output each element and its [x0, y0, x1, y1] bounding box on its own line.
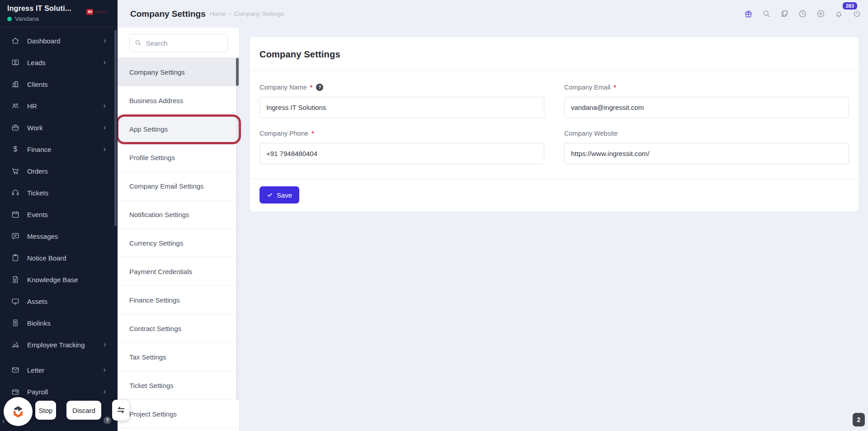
company-logo: IN GRESS — [86, 9, 108, 15]
settings-nav-payment-credentials[interactable]: Payment Credentials — [118, 257, 239, 286]
document-icon — [11, 275, 20, 284]
cart-icon — [11, 166, 20, 175]
sidebar-item-biolinks[interactable]: Biolinks — [0, 312, 118, 334]
settings-sidebar: Company Settings Business Address App Se… — [118, 28, 240, 431]
scooter-icon — [11, 340, 20, 349]
settings-nav-profile-settings[interactable]: Profile Settings — [118, 143, 239, 172]
user-name: Vandana — [15, 15, 39, 22]
notes-icon[interactable] — [780, 9, 789, 19]
history-icon[interactable] — [798, 9, 807, 19]
id-card-icon — [11, 318, 20, 327]
swap-button[interactable] — [112, 400, 129, 421]
swap-arrows-icon — [116, 405, 126, 416]
company-name-input[interactable] — [259, 97, 544, 118]
save-button[interactable]: Save — [259, 186, 299, 204]
company-phone-input[interactable] — [259, 143, 544, 164]
briefcase-icon — [11, 123, 20, 132]
chevron-right-icon — [102, 38, 108, 44]
sidebar-item-clients[interactable]: Clients — [0, 73, 118, 95]
card-footer: Save — [250, 179, 859, 212]
sidebar-item-letter[interactable]: Letter — [0, 359, 118, 381]
chevron-right-icon — [102, 367, 108, 373]
card-header: Company Settings — [250, 37, 859, 71]
company-website-input[interactable] — [564, 143, 849, 164]
sidebar-item-hr[interactable]: HR — [0, 95, 118, 117]
company-name-field: Company Name * ? — [259, 84, 544, 118]
screen: Ingress IT Soluti... Vandana IN GRESS Da… — [0, 0, 868, 431]
required-asterisk: * — [310, 84, 313, 91]
sidebar-item-messages[interactable]: Messages — [0, 225, 118, 247]
breadcrumb-current: Company Settings — [234, 10, 284, 17]
settings-nav-tax-settings[interactable]: Tax Settings — [118, 343, 239, 371]
settings-scrollbar-thumb[interactable] — [236, 58, 239, 86]
calendar-icon — [11, 210, 20, 219]
chat-icon — [11, 232, 20, 241]
sidebar-item-employee-tracking[interactable]: Employee Tracking — [0, 334, 118, 355]
company-website-label: Company Website — [564, 130, 849, 137]
recorder-logo-icon — [9, 403, 27, 421]
sidebar-item-dashboard[interactable]: Dashboard — [0, 30, 118, 52]
breadcrumb-home[interactable]: Home — [210, 10, 226, 17]
help-bubble[interactable]: ? — [104, 417, 111, 424]
settings-nav-company-settings[interactable]: Company Settings — [118, 58, 239, 86]
sidebar-item-leads[interactable]: Leads — [0, 52, 118, 73]
main-content: Company Settings Company Name * ? Compan… — [240, 28, 868, 431]
collapse-chevron-icon[interactable]: ‹ — [2, 417, 5, 425]
sidebar-nav: Dashboard Leads Clients HR Work — [0, 30, 118, 403]
check-icon — [267, 192, 273, 198]
lead-card-icon — [11, 58, 20, 67]
sidebar-header[interactable]: Ingress IT Soluti... Vandana IN GRESS — [0, 0, 118, 27]
breadcrumb-separator: • — [229, 11, 231, 17]
gift-icon[interactable] — [744, 9, 753, 19]
sidebar-item-orders[interactable]: Orders — [0, 160, 118, 182]
chevron-right-icon — [102, 103, 108, 109]
sidebar-item-assets[interactable]: Assets — [0, 290, 118, 312]
plus-circle-icon[interactable] — [816, 9, 826, 19]
settings-nav-finance-settings[interactable]: Finance Settings — [118, 286, 239, 314]
card-title: Company Settings — [259, 49, 849, 60]
company-phone-label: Company Phone * — [259, 130, 544, 137]
dollar-icon: $ — [11, 145, 20, 153]
settings-nav-notification-settings[interactable]: Notification Settings — [118, 200, 239, 229]
required-asterisk: * — [311, 130, 314, 137]
chevron-right-icon — [102, 147, 108, 152]
settings-search-section — [118, 28, 239, 58]
company-email-input[interactable] — [564, 97, 849, 118]
company-phone-field: Company Phone * — [259, 130, 544, 164]
settings-nav-company-email-settings[interactable]: Company Email Settings — [118, 172, 239, 200]
online-status-dot — [7, 17, 12, 21]
sidebar-item-knowledge-base[interactable]: Knowledge Base — [0, 269, 118, 290]
sidebar-scrollbar[interactable] — [114, 30, 117, 226]
power-icon[interactable] — [852, 9, 862, 19]
help-icon[interactable]: ? — [316, 84, 323, 91]
wallet-icon — [11, 387, 20, 396]
notification-count-badge[interactable]: 283 — [843, 2, 857, 9]
required-asterisk: * — [613, 84, 616, 91]
settings-nav-business-address[interactable]: Business Address — [118, 86, 239, 115]
bell-icon[interactable] — [834, 9, 844, 19]
settings-nav-list: Company Settings Business Address App Se… — [118, 58, 239, 428]
page-title: Company Settings — [130, 9, 206, 19]
sidebar-item-finance[interactable]: $ Finance — [0, 138, 118, 160]
settings-scrollbar-track[interactable] — [236, 58, 239, 400]
settings-nav-currency-settings[interactable]: Currency Settings — [118, 229, 239, 257]
chevron-right-icon — [102, 60, 108, 66]
sidebar-item-tickets[interactable]: Tickets — [0, 182, 118, 204]
sidebar-item-events[interactable]: Events — [0, 204, 118, 225]
settings-nav-contract-settings[interactable]: Contract Settings — [118, 314, 239, 343]
settings-nav-project-settings[interactable]: Project Settings — [118, 400, 239, 428]
settings-nav-app-settings[interactable]: App Settings — [118, 115, 239, 143]
company-name-label: Company Name * ? — [259, 84, 544, 91]
search-icon[interactable] — [762, 9, 771, 19]
envelope-icon — [11, 365, 20, 374]
headset-icon — [11, 188, 20, 197]
recorder-logo-button[interactable] — [4, 397, 33, 426]
sidebar-item-work[interactable]: Work — [0, 117, 118, 138]
people-icon — [11, 101, 20, 110]
sidebar-item-notice-board[interactable]: Notice Board — [0, 247, 118, 269]
settings-search-input[interactable] — [129, 34, 228, 52]
settings-nav-ticket-settings[interactable]: Ticket Settings — [118, 371, 239, 400]
discard-button[interactable]: Discard — [66, 401, 101, 420]
stop-button[interactable]: Stop — [35, 401, 56, 420]
monitor-icon — [11, 297, 20, 306]
